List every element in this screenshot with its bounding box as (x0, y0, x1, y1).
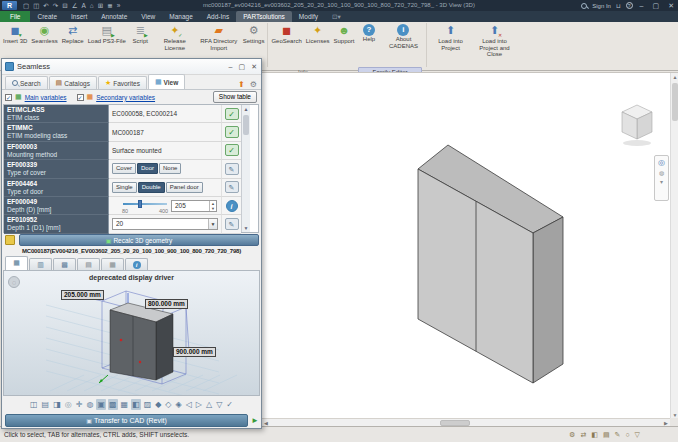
render-section-icon[interactable]: ◧ (131, 399, 141, 410)
steering-wheel-icon[interactable]: ◎ (658, 158, 665, 167)
preview-tab-render-preview[interactable]: ▥ (29, 258, 52, 270)
main-variables-checkbox[interactable]: ✓ (5, 94, 12, 101)
edit-value-button[interactable]: ✎ (225, 218, 239, 230)
dialog-title-bar[interactable]: Seamless – ▢ ✕ (2, 59, 261, 75)
toggle-option-double[interactable]: Double (138, 182, 165, 193)
upload-icon[interactable]: ⬆ (238, 80, 245, 89)
view-vertical-scrollbar[interactable]: ▲ ▼ (670, 73, 678, 419)
script-button[interactable]: ≣▶Script (128, 22, 153, 45)
ribbon-tab-create[interactable]: Create (30, 11, 64, 22)
preview-scene[interactable] (4, 271, 260, 396)
table-scroll-thumb[interactable] (243, 115, 249, 135)
info-button[interactable]: i (226, 200, 238, 212)
zoom-icon[interactable]: ◍ (85, 399, 94, 410)
toggle-option-panel-door[interactable]: Panel door (166, 182, 203, 193)
transfer-ok-icon[interactable]: ► (251, 416, 259, 425)
ribbon-tab-file[interactable]: File (0, 11, 30, 22)
vertical-scroll-thumb[interactable] (672, 83, 678, 121)
recalc-3d-geometry-button[interactable]: ▣Recalc 3D geometry (19, 234, 259, 246)
save-icon[interactable]: ◫ (33, 2, 39, 10)
preview-cabinet[interactable] (110, 303, 173, 380)
iso-view-icon[interactable]: ◆ (154, 399, 162, 410)
dialog-tab-favorites[interactable]: ★Favorites (98, 76, 147, 89)
print-icon[interactable]: ⊟ (62, 2, 67, 10)
toggle-option-cover[interactable]: Cover (112, 163, 136, 174)
save-icon[interactable]: ◫ (29, 399, 39, 410)
more-views-icon[interactable]: ✓ (225, 399, 234, 410)
search-icon[interactable] (581, 3, 587, 9)
seamless-button[interactable]: ◉Seamless (29, 22, 59, 45)
apply-check-button[interactable]: ✓ (225, 144, 239, 156)
view-cube[interactable] (614, 99, 660, 149)
3d-preview-panel[interactable]: ◌ deprecated display driver 205.000 mm80… (3, 270, 260, 396)
constraints-icon[interactable]: ▤ (603, 431, 610, 439)
scroll-up-icon[interactable]: ▲ (671, 73, 678, 81)
bottom-view-icon[interactable]: ▽ (215, 399, 223, 410)
copy-icon[interactable]: ▤ (41, 399, 51, 410)
select-toggle-icon[interactable]: ✎ (615, 431, 621, 439)
top-view-icon[interactable]: ◈ (175, 399, 183, 410)
design-options-icon[interactable]: ⇄ (580, 431, 586, 439)
ribbon-tab-add-ins[interactable]: Add-Ins (200, 11, 236, 22)
thin-lines-icon[interactable]: ≣ (107, 2, 112, 10)
export-icon[interactable]: ◨ (52, 399, 62, 410)
cabinet-side-face[interactable] (533, 217, 563, 383)
sign-in-button[interactable]: Sign In (592, 3, 611, 9)
slider-track[interactable] (123, 203, 167, 205)
open-file-icon[interactable]: ▢ (23, 2, 29, 10)
secondary-variables-link[interactable]: Secondary variables (96, 94, 155, 101)
zoom-tool-icon[interactable]: ◍ (659, 169, 664, 176)
table-scroll-down-icon[interactable]: ▼ (242, 224, 250, 232)
right-view-icon[interactable]: ▷ (195, 399, 203, 410)
maximize-button[interactable]: ▢ (651, 2, 662, 10)
apply-check-button[interactable]: ✓ (225, 108, 239, 120)
ribbon-tab-modify[interactable]: Modify (292, 11, 325, 22)
edit-value-button[interactable]: ✎ (225, 181, 239, 193)
ribbon-tab-view[interactable]: View (134, 11, 162, 22)
navigation-bar[interactable]: ◎ ◍ ▾ (654, 155, 669, 201)
dialog-tab-catalogs[interactable]: ▤Catalogs (49, 76, 97, 89)
licenses-button[interactable]: ✦Licenses (304, 22, 332, 45)
navbar-expand-icon[interactable]: ▾ (660, 178, 663, 185)
filter-icon[interactable]: ▽ (635, 431, 640, 439)
link-icon[interactable]: ◧ (591, 431, 598, 439)
render-hidden-icon[interactable]: ▦ (120, 399, 130, 410)
pan-icon[interactable]: ✛ (75, 399, 84, 410)
spinner-icon[interactable]: ▲▼ (209, 201, 216, 211)
about-cadenas-button[interactable]: iAbout CADENAS (381, 22, 425, 49)
render-shaded-icon[interactable]: ▣ (96, 399, 106, 410)
main-variables-link[interactable]: Main variables (25, 94, 67, 101)
apply-check-button[interactable]: ✓ (225, 126, 239, 138)
geosearch-button[interactable]: ◼GeoSearch (269, 22, 303, 45)
ribbon-tab-overflow-icon[interactable]: ⊡▾ (325, 11, 348, 22)
help-button[interactable]: ?Help (356, 22, 381, 43)
rfa-directory-import-button[interactable]: ▰RFA Directory Import (197, 22, 241, 51)
preview-tab-image-preview[interactable]: ▦ (5, 256, 28, 270)
toggle-option-single[interactable]: Single (112, 182, 137, 193)
replace-button[interactable]: ⇄Replace (60, 22, 86, 45)
zoom-fit-icon[interactable]: ◎ (64, 399, 73, 410)
table-scroll-up-icon[interactable]: ▲ (242, 105, 250, 113)
preview-tab-dimension-preview[interactable]: ▩ (53, 258, 76, 270)
toggle-option-none[interactable]: None (159, 163, 181, 174)
depth-value-input[interactable]: 205▲▼ (171, 200, 217, 212)
left-view-icon[interactable]: ◁ (185, 399, 193, 410)
dialog-minimize-button[interactable]: – (229, 63, 233, 71)
back-view-icon[interactable]: △ (205, 399, 213, 410)
3d-view-canvas[interactable]: ◎ ◍ ▾ ▲ ▼ (262, 72, 678, 418)
dialog-maximize-button[interactable]: ▢ (239, 63, 246, 71)
worksets-icon[interactable]: ⚙ (569, 431, 575, 439)
redo-icon[interactable]: ↷ (53, 2, 58, 10)
help-icon[interactable]: ? (626, 2, 633, 9)
close-button[interactable]: ✕ (666, 2, 676, 10)
dialog-close-button[interactable]: ✕ (251, 63, 257, 71)
toggle-option-door[interactable]: Door (137, 163, 158, 174)
chevron-down-icon[interactable]: ▼ (208, 219, 217, 229)
text-note-icon[interactable]: A (82, 2, 86, 9)
render-textured-icon[interactable]: ▨ (143, 399, 153, 410)
show-table-button[interactable]: Show table (213, 91, 257, 103)
measure-icon[interactable]: ∠ (72, 2, 78, 10)
table-scrollbar[interactable]: ▲ ▼ (241, 105, 250, 232)
preview-tab-table-preview[interactable]: ▦ (101, 258, 124, 270)
minimize-button[interactable]: – (638, 2, 646, 9)
